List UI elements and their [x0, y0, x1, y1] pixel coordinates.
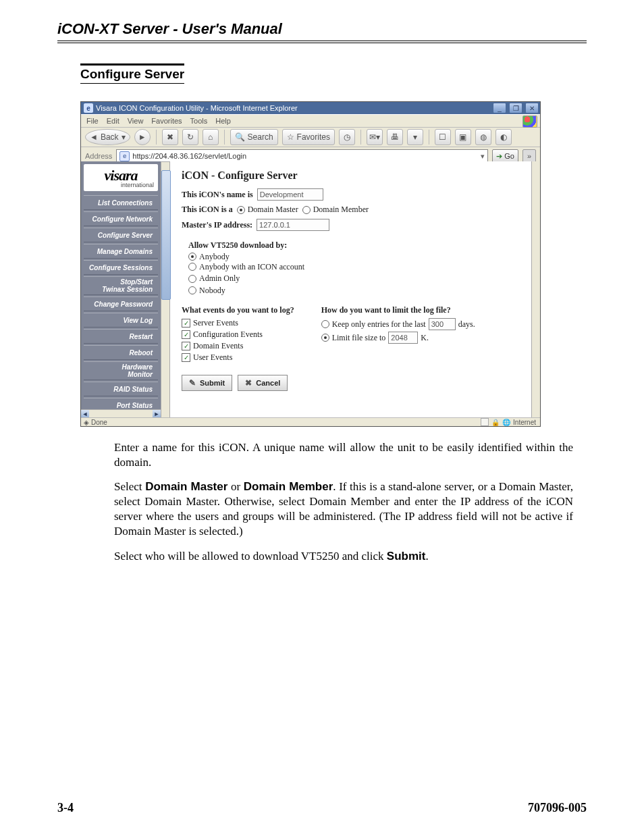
sidebar-item-restart[interactable]: Restart	[84, 329, 158, 344]
address-label: Address	[85, 152, 112, 160]
sidebar-item-configure-sessions[interactable]: Configure Sessions	[84, 260, 158, 275]
checkbox-checked-icon: ✓	[182, 330, 190, 339]
radio-off-icon	[302, 206, 311, 214]
master-ip-input[interactable]: 127.0.0.1	[257, 219, 329, 231]
name-label: This iCON's name is	[182, 190, 253, 200]
home-button[interactable]: ⌂	[203, 129, 219, 145]
sidebar-item-view-log[interactable]: View Log	[84, 313, 158, 328]
scrollbar-thumb[interactable]	[161, 170, 171, 300]
submit-button[interactable]: ✎Submit	[182, 375, 232, 391]
download-admin-radio[interactable]: Admin Only	[188, 273, 240, 284]
menu-help[interactable]: Help	[215, 117, 231, 125]
toolbar-extra-2[interactable]: ▣	[455, 129, 471, 145]
mail-button[interactable]: ✉▾	[367, 129, 383, 145]
page-icon: ◈	[84, 419, 89, 426]
domain-master-radio[interactable]: Domain Master	[237, 205, 298, 215]
paragraph-3: Select who will be allowed to download V…	[114, 549, 573, 564]
print-button[interactable]: 🖶	[387, 129, 403, 145]
master-ip-label: Master's IP address:	[182, 220, 252, 230]
address-input[interactable]: e https://204.48.36.162/servlet/Login ▾	[116, 149, 488, 163]
lock-icon: 🔒	[491, 419, 500, 426]
vt5250-download-head: Allow VT5250 download by:	[188, 240, 287, 250]
limit-size-radio[interactable]: Limit file size to 2048 K.	[321, 332, 475, 344]
browser-body: vivisarasara international List Connecti…	[81, 161, 540, 418]
globe-icon: 🌐	[502, 419, 510, 426]
download-nobody-radio[interactable]: Nobody	[188, 286, 225, 296]
logo-sub: international	[121, 182, 158, 188]
stop-button[interactable]: ✖	[162, 129, 178, 145]
sidebar-item-list-connections[interactable]: List Connections	[84, 195, 158, 210]
star-icon: ☆	[287, 132, 294, 142]
download-anybody-radio[interactable]: Anybody	[188, 252, 230, 262]
close-button[interactable]: ✕	[525, 103, 539, 113]
page-header: iCON-XT Server - User's Manual	[57, 20, 587, 43]
server-events-checkbox[interactable]: ✓Server Events	[182, 318, 294, 328]
paragraph-1: Enter a name for this iCON. A unique nam…	[114, 440, 573, 470]
menu-edit[interactable]: Edit	[107, 117, 119, 125]
config-events-checkbox[interactable]: ✓Configuration Events	[182, 330, 294, 340]
scroll-right-icon[interactable]: ►	[153, 410, 161, 417]
sidebar-vscrollbar[interactable]	[161, 161, 170, 419]
limit-size-input[interactable]: 2048	[388, 332, 418, 344]
restore-button[interactable]: ❐	[509, 103, 522, 113]
links-button[interactable]: »	[522, 149, 536, 163]
search-button[interactable]: 🔍Search	[230, 129, 278, 145]
minimize-button[interactable]: _	[493, 103, 506, 113]
footer-page-number: 3-4	[57, 801, 74, 815]
window-title: Visara ICON Configuration Utility - Micr…	[96, 104, 298, 112]
menu-file[interactable]: File	[86, 117, 99, 125]
download-anyacct-radio[interactable]: Anybody with an ICON account	[188, 262, 304, 272]
sidebar-item-manage-domains[interactable]: Manage Domains	[84, 244, 158, 259]
address-url: https://204.48.36.162/servlet/Login	[132, 152, 246, 160]
back-button[interactable]: ◄Back▾	[85, 129, 130, 145]
form-heading: iCON - Configure Server	[182, 170, 525, 182]
toolbar-extra-1[interactable]: ☐	[435, 129, 451, 145]
favorites-button[interactable]: ☆Favorites	[282, 129, 335, 145]
icon-name-input[interactable]: Development	[257, 188, 323, 201]
window-titlebar: e Visara ICON Configuration Utility - Mi…	[81, 102, 540, 114]
user-events-checkbox[interactable]: ✓User Events	[182, 353, 294, 363]
menu-favorites[interactable]: Favorites	[151, 117, 182, 125]
radio-on-icon	[237, 206, 245, 214]
radio-off-icon	[188, 275, 196, 283]
dropdown-icon[interactable]: ▾	[481, 152, 485, 161]
browser-statusbar: ◈Done 🔒 🌐 Internet	[81, 417, 540, 426]
sidebar-item-reboot[interactable]: Reboot	[84, 345, 158, 360]
toolbar-extra-3[interactable]: ◍	[475, 129, 491, 145]
toolbar-extra-4[interactable]: ◐	[495, 129, 512, 145]
forward-button[interactable]: ►	[134, 129, 151, 145]
status-pane	[481, 418, 489, 426]
browser-window: e Visara ICON Configuration Utility - Mi…	[80, 101, 541, 427]
menu-view[interactable]: View	[128, 117, 144, 125]
sidebar-item-change-password[interactable]: Change Password	[84, 296, 158, 311]
browser-toolbar: ◄Back▾ ► ✖ ↻ ⌂ 🔍Search ☆Favorites ◷ ✉▾ 🖶…	[81, 128, 540, 147]
radio-off-icon	[188, 286, 196, 294]
status-done: Done	[91, 419, 107, 426]
cancel-button[interactable]: ✖Cancel	[238, 375, 288, 391]
visara-logo: vivisarasara international	[84, 164, 158, 191]
go-arrow-icon: ➔	[496, 152, 502, 161]
limit-days-input[interactable]: 300	[429, 318, 456, 330]
menu-tools[interactable]: Tools	[190, 117, 208, 125]
footer-doc-number: 707096-005	[528, 801, 587, 815]
configure-server-form: iCON - Configure Server This iCON's name…	[161, 161, 540, 418]
sidebar-item-configure-network[interactable]: Configure Network	[84, 211, 158, 226]
scroll-left-icon[interactable]: ◄	[81, 410, 89, 417]
history-button[interactable]: ◷	[339, 129, 355, 145]
limit-days-radio[interactable]: Keep only entries for the last 300 days.	[321, 318, 475, 330]
radio-on-icon	[321, 334, 329, 342]
go-button[interactable]: ➔Go	[492, 149, 518, 163]
content-vscrollbar[interactable]	[531, 161, 540, 418]
back-arrow-icon: ◄	[90, 132, 98, 142]
domain-events-checkbox[interactable]: ✓Domain Events	[182, 341, 294, 351]
radio-off-icon	[321, 320, 329, 328]
sidebar-item-raid-status[interactable]: RAID Status	[84, 382, 158, 396]
edit-button[interactable]: ▾	[407, 129, 423, 145]
refresh-button[interactable]: ↻	[182, 129, 198, 145]
status-zone: Internet	[513, 419, 536, 426]
sidebar-item-stop-start-twinax[interactable]: Stop/Start Twinax Session	[84, 276, 158, 295]
sidebar-item-hardware-monitor[interactable]: Hardware Monitor	[84, 361, 158, 380]
sidebar-item-configure-server[interactable]: Configure Server	[84, 228, 158, 242]
bold-domain-member: Domain Member	[244, 480, 333, 493]
domain-member-radio[interactable]: Domain Member	[302, 205, 369, 215]
